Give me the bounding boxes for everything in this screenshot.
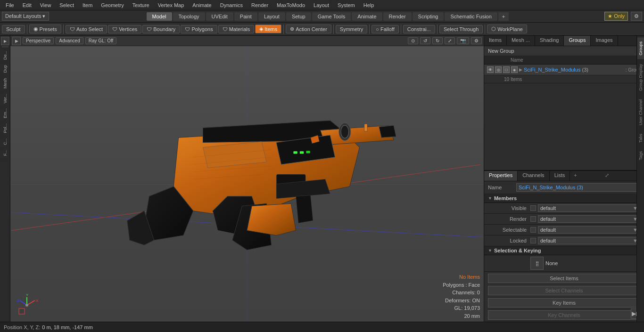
menu-view[interactable]: View: [36, 1, 55, 9]
menu-maxtomode[interactable]: MaxToModo: [273, 1, 309, 9]
tab-groups[interactable]: Groups: [564, 36, 591, 46]
symmetry-btn[interactable]: Symmetry: [336, 25, 368, 33]
vertices-btn[interactable]: 🛡 Vertices: [108, 25, 141, 33]
selectable-checkbox[interactable]: [530, 227, 536, 233]
tab-layout[interactable]: Layout: [258, 12, 285, 21]
tab-setup[interactable]: Setup: [286, 12, 311, 21]
action-center-btn[interactable]: ⊕ Action Center: [286, 24, 331, 33]
menu-file[interactable]: File: [2, 1, 18, 9]
tab-mesh[interactable]: Mesh ...: [507, 36, 535, 46]
render-checkbox[interactable]: [530, 216, 536, 222]
tab-images[interactable]: Images: [591, 36, 618, 46]
viewport[interactable]: ▶ Perspective Advanced Ray GL: Off ⊙ ↺ ↻…: [10, 36, 484, 322]
keying-grid-icon[interactable]: ⣿: [530, 257, 544, 270]
tab-render[interactable]: Render: [383, 12, 412, 21]
tab-animate[interactable]: Animate: [352, 12, 382, 21]
gear-btn[interactable]: ⚙: [631, 12, 642, 21]
left-tab-pol[interactable]: Pol...: [1, 121, 9, 136]
visible-checkbox[interactable]: [530, 205, 536, 211]
lock-icon[interactable]: □: [503, 66, 510, 73]
left-toggle-btn[interactable]: ▶: [1, 37, 9, 45]
advanced-btn[interactable]: Advanced: [56, 37, 83, 44]
locked-dropdown[interactable]: default ▼: [538, 237, 640, 244]
render-dropdown[interactable]: default ▼: [538, 215, 640, 223]
tab-model[interactable]: Model: [147, 12, 172, 21]
left-tab-d1[interactable]: De...: [1, 49, 9, 62]
left-tab-f[interactable]: F...: [1, 148, 9, 158]
polygons-btn[interactable]: 🛡 Polygons: [181, 25, 217, 33]
side-tab-tabs[interactable]: Tabs: [637, 130, 644, 146]
star-only-btn[interactable]: ★ Only: [604, 12, 628, 21]
ref-icon[interactable]: ◈: [511, 66, 518, 73]
left-tab-mesh[interactable]: Mesh: [1, 76, 9, 91]
menu-edit[interactable]: Edit: [19, 1, 35, 9]
tab-channels[interactable]: Channels: [518, 171, 549, 181]
menu-help[interactable]: Help: [360, 1, 378, 9]
presets-btn[interactable]: ◉ Presets: [29, 24, 61, 33]
tab-uvedit[interactable]: UVEdit: [206, 12, 233, 21]
materials-btn[interactable]: 🛡 Materials: [218, 25, 255, 33]
tab-scripting[interactable]: Scripting: [413, 12, 444, 21]
menu-geometry[interactable]: Geometry: [97, 1, 127, 9]
vp-icon4[interactable]: ⤢: [445, 37, 455, 44]
falloff-btn[interactable]: ○ Falloff: [372, 25, 398, 33]
select-items-btn[interactable]: Select Items: [488, 274, 640, 283]
viewport-canvas[interactable]: X Z Y No Items Polygons : Face Channels:…: [10, 46, 484, 322]
side-tab-group-display[interactable]: Group Display: [637, 60, 644, 95]
menu-system[interactable]: System: [334, 1, 359, 9]
new-group-btn[interactable]: New Group: [484, 46, 644, 56]
left-tab-c[interactable]: C...: [1, 136, 9, 147]
key-channels-btn[interactable]: Key Channels: [488, 310, 640, 320]
vp-toggle[interactable]: ▶: [12, 37, 21, 45]
menu-select[interactable]: Select: [56, 1, 78, 9]
group-row[interactable]: 👁 ◎ □ ◈ ▶ SciFi_N_Strike_Modulus (3) : G…: [484, 65, 644, 75]
menu-layout[interactable]: Layout: [310, 1, 333, 9]
selectable-dropdown[interactable]: default ▼: [538, 226, 640, 234]
constraints-btn[interactable]: Constrai...: [403, 25, 435, 33]
camera-icon[interactable]: ◎: [495, 66, 502, 73]
menu-render[interactable]: Render: [248, 1, 272, 9]
side-tab-user-channel[interactable]: User Channel: [637, 96, 644, 129]
eye-icon[interactable]: 👁: [487, 66, 494, 73]
tab-add[interactable]: +: [570, 171, 580, 181]
left-tab-em[interactable]: Em...: [1, 106, 9, 121]
locked-checkbox[interactable]: [530, 238, 536, 243]
boundary-btn[interactable]: 🛡 Boundary: [142, 25, 180, 33]
select-through-btn[interactable]: Select Through: [439, 25, 483, 33]
tab-add[interactable]: +: [498, 12, 509, 21]
props-expand-btn[interactable]: ⤢: [602, 171, 612, 181]
sculpt-btn[interactable]: Sculpt: [2, 25, 25, 33]
tab-properties[interactable]: Properties: [484, 171, 518, 181]
tab-schematic-fusion[interactable]: Schematic Fusion: [445, 12, 497, 21]
side-tab-tags[interactable]: Tags: [637, 147, 644, 164]
vp-icon5[interactable]: 📷: [457, 37, 469, 44]
vp-icon3[interactable]: ↻: [432, 37, 443, 44]
items-btn[interactable]: ◈ Items: [255, 24, 281, 33]
tab-game-tools[interactable]: Game Tools: [312, 12, 351, 21]
tab-shading[interactable]: Shading: [535, 36, 564, 46]
tab-items[interactable]: Items: [484, 36, 507, 46]
left-tab-ver[interactable]: Ver...: [1, 91, 9, 106]
layout-dropdown[interactable]: Default Layouts ▾: [2, 12, 49, 21]
ray-gl-btn[interactable]: Ray GL: Off: [85, 37, 117, 44]
menu-animate[interactable]: Animate: [189, 1, 215, 9]
selection-keying-header[interactable]: ▼ Selection & Keying: [484, 246, 644, 255]
vp-icon6[interactable]: ⚙: [471, 37, 482, 44]
vp-icon2[interactable]: ↺: [420, 37, 430, 44]
auto-select-btn[interactable]: 🛡 Auto Select: [66, 25, 107, 33]
tab-topology[interactable]: Topology: [173, 12, 205, 21]
vp-icon1[interactable]: ⊙: [408, 37, 418, 44]
menu-item[interactable]: Item: [79, 1, 96, 9]
tab-lists[interactable]: Lists: [550, 171, 570, 181]
left-tab-dup[interactable]: Dup: [1, 63, 9, 75]
menu-vertex-map[interactable]: Vertex Map: [154, 1, 188, 9]
key-items-btn[interactable]: Key Items: [488, 298, 640, 308]
members-section-header[interactable]: ▼ Members: [484, 194, 644, 203]
menu-texture[interactable]: Texture: [129, 1, 153, 9]
tab-paint[interactable]: Paint: [234, 12, 257, 21]
select-channels-btn[interactable]: Select Channels: [488, 286, 640, 295]
perspective-btn[interactable]: Perspective: [23, 37, 54, 44]
visible-dropdown[interactable]: default ▼: [538, 204, 640, 212]
work-plane-btn[interactable]: ⬡ WorkPlane: [487, 24, 527, 33]
menu-dynamics[interactable]: Dynamics: [216, 1, 247, 9]
